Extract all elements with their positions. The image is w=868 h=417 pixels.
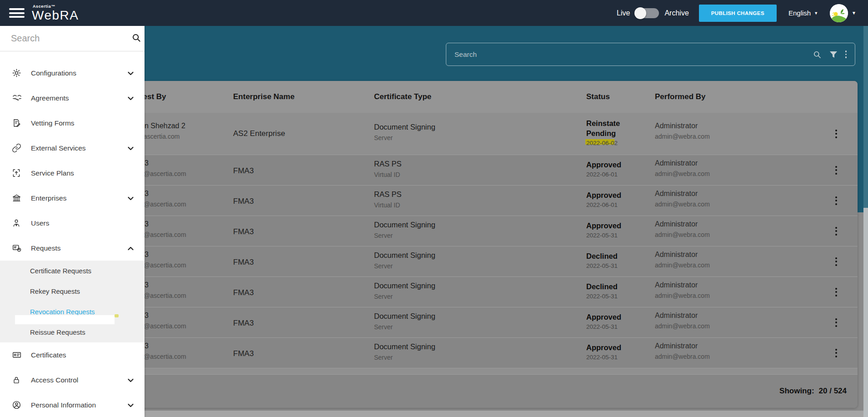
sidebar-item-access-control[interactable]: Access Control (0, 367, 145, 392)
whiteout-annotation (15, 315, 115, 324)
certificate-subtype: Server (374, 323, 435, 331)
certificate-icon (12, 350, 24, 360)
sidebar-item-personal-information[interactable]: Personal Information (0, 392, 145, 417)
filter-icon[interactable] (829, 51, 838, 58)
status: Approved (586, 312, 621, 322)
lock-icon (12, 375, 24, 385)
col-enterprise-name: Enterprise Name (233, 81, 294, 113)
requester-name: 3 (145, 159, 186, 167)
status: Approved (586, 221, 621, 231)
row-actions-kebab-icon[interactable] (832, 223, 841, 239)
enterprise-name: AS2 Enterprise (233, 129, 285, 138)
requester-name: 3 (145, 190, 186, 198)
table-row[interactable]: n Shehzad 2 ascertia.com AS2 Enterprise … (109, 113, 858, 155)
sidebar-item-certificate-requests[interactable]: Certificate Requests (0, 261, 145, 281)
performer-name: Administrator (655, 251, 710, 259)
table-row[interactable]: 3 @ascertia.com FMA3 Document Signing Se… (109, 276, 858, 307)
chevron-down-icon (128, 69, 134, 77)
certificate-subtype: Virtual ID (374, 201, 402, 209)
status: Approved (586, 160, 621, 170)
certificate-type: Document Signing (374, 342, 435, 351)
certificate-subtype: Server (374, 262, 435, 270)
scrollbar-thumb[interactable] (863, 26, 868, 208)
table-search-bar (446, 43, 855, 66)
row-actions-kebab-icon[interactable] (832, 284, 841, 300)
sidebar-item-label: Personal Information (31, 401, 96, 409)
user-menu-caret-icon[interactable]: ▼ (852, 10, 856, 15)
language-dropdown[interactable]: English ▼ (788, 9, 818, 17)
showing-label: Showing: (779, 387, 814, 395)
col-performed-by: Performed By (655, 81, 705, 113)
sidebar-item-external-services[interactable]: External Services (0, 136, 145, 161)
chevron-down-icon (128, 144, 134, 152)
sidebar-item-label: Users (31, 219, 49, 227)
performer-name: Administrator (655, 190, 710, 198)
status-date: 2022-05-31 (586, 232, 621, 239)
table-search-input[interactable] (454, 50, 805, 59)
table-row[interactable]: 3 @ascertia.com FMA3 RAS PS Virtual ID A… (109, 185, 858, 216)
row-actions-kebab-icon[interactable] (832, 193, 841, 208)
requester-name: 3 (145, 342, 186, 350)
requester-name: 3 (145, 251, 186, 259)
table-row[interactable]: 3 @ascertia.com FMA3 Document Signing Se… (109, 337, 858, 368)
sidebar-item-reissue-requests[interactable]: Reissue Requests (0, 322, 145, 342)
status: Approved (586, 342, 621, 352)
col-certificate-type: Certificate Type (374, 81, 431, 113)
live-label: Live (617, 9, 630, 17)
enterprise-name: FMA3 (233, 288, 254, 297)
table-options-kebab-icon[interactable] (845, 50, 847, 59)
table-row[interactable]: 3 @ascertia.com FMA3 Document Signing Se… (109, 307, 858, 337)
sidebar-search-input[interactable] (11, 33, 131, 44)
sidebar-item-label: Requests (31, 244, 60, 252)
sidebar-item-users[interactable]: Users (0, 211, 145, 236)
performer-email: admin@webra.com (655, 261, 710, 269)
enterprise-name: FMA3 (233, 258, 254, 267)
sidebar-item-enterprises[interactable]: Enterprises (0, 186, 145, 211)
certificate-type: Document Signing (374, 251, 435, 260)
sidebar-item-rekey-requests[interactable]: Rekey Requests (0, 281, 145, 301)
table-row[interactable]: 3 @ascertia.com FMA3 RAS PS Virtual ID A… (109, 155, 858, 185)
sidebar-item-certificates[interactable]: Certificates (0, 342, 145, 367)
row-actions-kebab-icon[interactable] (832, 126, 841, 141)
sidebar-item-service-plans[interactable]: Service Plans (0, 161, 145, 186)
row-actions-kebab-icon[interactable] (832, 315, 841, 330)
col-status: Status (586, 81, 610, 113)
table-row[interactable]: 3 @ascertia.com FMA3 Document Signing Se… (109, 216, 858, 246)
status: Declined (586, 281, 618, 291)
status: Approved (586, 190, 621, 200)
certificate-subtype: Server (374, 293, 435, 300)
avatar[interactable] (830, 4, 848, 22)
hamburger-menu-icon[interactable] (9, 6, 25, 20)
requester-email: @ascertia.com (144, 170, 186, 177)
sidebar-item-configurations[interactable]: Configurations (0, 60, 145, 85)
status-date: 2022-05-31 (586, 354, 621, 361)
performer-email: admin@webra.com (655, 353, 710, 360)
toggle-knob[interactable] (634, 7, 646, 19)
topbar: Ascertia™ WebRA Live Archive PUBLISH CHA… (0, 0, 868, 26)
publish-changes-button[interactable]: PUBLISH CHANGES (699, 5, 777, 22)
search-icon[interactable] (131, 33, 141, 45)
certificate-type: Document Signing (374, 123, 435, 131)
search-icon[interactable] (813, 50, 822, 59)
sidebar-item-requests[interactable]: Requests (0, 236, 145, 261)
live-archive-toggle[interactable] (635, 8, 659, 18)
page-scrollbar[interactable] (863, 26, 868, 417)
sidebar-item-label: Vetting Forms (31, 119, 75, 127)
sidebar-item-label: Access Control (31, 376, 78, 384)
status: Declined (586, 251, 618, 261)
enterprise-name: FMA3 (233, 319, 254, 328)
row-actions-kebab-icon[interactable] (832, 254, 841, 269)
row-actions-kebab-icon[interactable] (832, 345, 841, 361)
requests-submenu: Certificate Requests Rekey Requests Revo… (0, 261, 145, 342)
sidebar-item-vetting-forms[interactable]: Vetting Forms (0, 111, 145, 136)
showing-value: 20 / 524 (819, 387, 847, 395)
performer-name: Administrator (655, 159, 710, 167)
requester-email: @ascertia.com (144, 261, 186, 269)
status-date: 2022-06-02 (586, 140, 620, 146)
table-row[interactable]: 3 @ascertia.com FMA3 Document Signing Se… (109, 246, 858, 276)
row-actions-kebab-icon[interactable] (832, 162, 841, 178)
chevron-down-icon (128, 401, 134, 409)
sidebar-item-agreements[interactable]: Agreements (0, 85, 145, 111)
certificate-type: RAS PS (374, 190, 402, 199)
enterprise-name: FMA3 (233, 197, 254, 206)
